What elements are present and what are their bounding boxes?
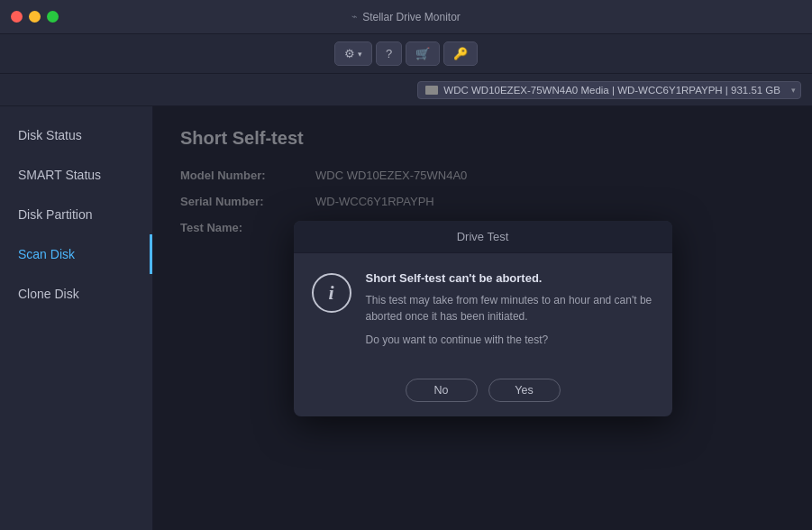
gear-icon: ⚙ — [344, 47, 355, 60]
app-icon: ⌁ — [351, 11, 358, 23]
modal-header: Drive Test — [294, 221, 672, 253]
settings-button[interactable]: ⚙ ▾ — [334, 41, 372, 66]
sidebar-item-disk-status[interactable]: Disk Status — [0, 115, 152, 155]
cart-button[interactable]: 🛒 — [406, 41, 440, 66]
key-icon: 🔑 — [453, 47, 468, 60]
close-button[interactable] — [11, 11, 23, 23]
titlebar: ⌁ Stellar Drive Monitor — [0, 0, 812, 34]
no-button[interactable]: No — [406, 379, 478, 402]
sidebar-item-disk-partition[interactable]: Disk Partition — [0, 195, 152, 234]
content-area: Short Self-test Model Number: WDC WD10EZ… — [153, 106, 812, 530]
modal-footer: No Yes — [294, 370, 672, 416]
sidebar-item-clone-disk[interactable]: Clone Disk — [0, 274, 152, 314]
modal-text: Short Self-test can't be aborted. This t… — [366, 271, 654, 355]
app-title: ⌁ Stellar Drive Monitor — [351, 11, 461, 23]
toolbar: ⚙ ▾ ? 🛒 🔑 — [0, 34, 812, 74]
drive-selector[interactable]: WDC WD10EZEX-75WN4A0 Media | WD-WCC6Y1RP… — [417, 81, 801, 99]
sidebar-item-scan-disk[interactable]: Scan Disk — [0, 234, 152, 274]
drive-test-modal: Drive Test i Short Self-test can't be ab… — [294, 221, 672, 416]
drive-caret-icon: ▾ — [791, 86, 796, 95]
modal-body-text-1: This test may take from few minutes to a… — [366, 292, 654, 324]
modal-heading: Short Self-test can't be aborted. — [366, 271, 654, 285]
main-layout: Disk Status SMART Status Disk Partition … — [0, 106, 812, 530]
sidebar-item-smart-status[interactable]: SMART Status — [0, 155, 152, 195]
modal-body-text-2: Do you want to continue with the test? — [366, 332, 654, 348]
app-title-text: Stellar Drive Monitor — [362, 11, 461, 23]
window-controls — [11, 11, 59, 23]
maximize-button[interactable] — [47, 11, 59, 23]
info-icon: i — [312, 273, 351, 313]
help-button[interactable]: ? — [376, 41, 402, 66]
drive-icon — [425, 86, 438, 95]
help-icon: ? — [386, 47, 392, 60]
settings-caret-icon: ▾ — [358, 50, 362, 59]
drive-selector-bar: WDC WD10EZEX-75WN4A0 Media | WD-WCC6Y1RP… — [0, 74, 812, 106]
modal-overlay: Drive Test i Short Self-test can't be ab… — [153, 106, 812, 530]
yes-button[interactable]: Yes — [488, 379, 561, 402]
modal-body: i Short Self-test can't be aborted. This… — [294, 253, 672, 370]
minimize-button[interactable] — [29, 11, 41, 23]
cart-icon: 🛒 — [415, 47, 430, 60]
modal-title: Drive Test — [457, 230, 509, 243]
drive-selector-label: WDC WD10EZEX-75WN4A0 Media | WD-WCC6Y1RP… — [443, 85, 780, 96]
sidebar: Disk Status SMART Status Disk Partition … — [0, 106, 153, 530]
key-button[interactable]: 🔑 — [443, 41, 478, 66]
